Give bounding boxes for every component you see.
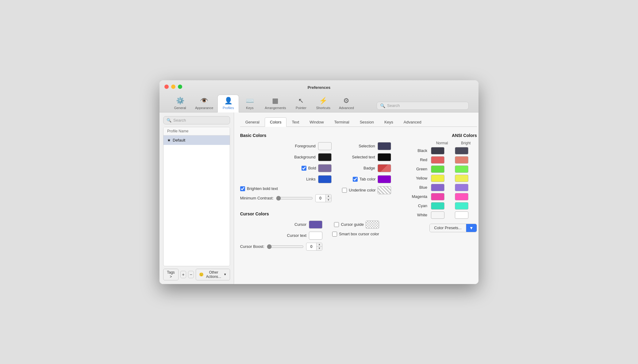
profile-list-header: Profile Name (163, 127, 230, 135)
foreground-swatch[interactable] (318, 142, 332, 150)
smart-box-checkbox[interactable] (332, 232, 337, 237)
toolbar-item-shortcuts[interactable]: ⚡ Shortcuts (312, 95, 334, 112)
background-swatch[interactable] (318, 153, 332, 161)
ansi-yellow-label: Yellow (403, 176, 429, 180)
background-label: Background (282, 155, 316, 159)
tags-button[interactable]: Tags > (163, 269, 179, 280)
cursor-guide-row: Cursor guide (332, 221, 379, 229)
minimum-contrast-slider[interactable] (276, 196, 313, 201)
star-icon: ★ (167, 138, 171, 142)
add-profile-button[interactable]: + (180, 271, 186, 278)
cursor-boost-down[interactable]: ▼ (317, 247, 322, 250)
cursor-boost-spinner-btns: ▲ ▼ (316, 243, 322, 250)
ansi-blue-normal[interactable] (431, 184, 444, 191)
maximize-button[interactable] (178, 85, 182, 89)
tab-text[interactable]: Text (286, 117, 304, 127)
toolbar: ⚙️ General 👁️ Appearance 👤 Profiles ⌨️ K… (164, 92, 474, 112)
title-bar: Preferences ⚙️ General 👁️ Appearance 👤 P… (160, 80, 479, 112)
cursor-guide-swatch[interactable] (366, 221, 379, 229)
badge-swatch[interactable] (378, 164, 391, 172)
cursor-boost-label: Cursor Boost: (240, 244, 264, 249)
cursor-boost-spinner: ▲ ▼ (306, 243, 322, 251)
toolbar-item-profiles[interactable]: 👤 Profiles (217, 95, 239, 112)
cursor-swatch[interactable] (309, 221, 322, 229)
ansi-black-label: Black (403, 148, 429, 153)
bold-checkbox[interactable] (302, 166, 306, 171)
minimum-contrast-down[interactable]: ▼ (326, 198, 331, 202)
close-button[interactable] (164, 85, 169, 89)
sidebar-search[interactable]: 🔍 (163, 116, 230, 124)
window-title: Preferences (164, 85, 474, 90)
ansi-red-bright[interactable] (455, 156, 468, 164)
toolbar-item-general[interactable]: ⚙️ General (169, 95, 191, 112)
profile-item-default[interactable]: ★ Default (163, 135, 230, 145)
profile-list: Profile Name ★ Default (163, 127, 230, 266)
links-row: Links (240, 175, 332, 183)
tab-terminal[interactable]: Terminal (329, 117, 355, 127)
tab-keys[interactable]: Keys (379, 117, 398, 127)
remove-profile-button[interactable]: − (188, 271, 194, 278)
ansi-white-normal[interactable] (431, 211, 444, 219)
ansi-magenta-label: Magenta (403, 194, 429, 199)
ansi-white-bright[interactable] (455, 211, 468, 219)
cursor-boost-value[interactable] (306, 245, 316, 249)
tab-session[interactable]: Session (355, 117, 379, 127)
ansi-red-normal[interactable] (431, 156, 444, 164)
underline-color-row: Underline color (341, 186, 391, 194)
brighten-bold-checkbox[interactable] (240, 186, 245, 191)
ansi-black-normal[interactable] (431, 147, 444, 154)
ansi-cyan-normal[interactable] (431, 202, 444, 210)
profile-name: Default (173, 138, 185, 142)
badge-row: Badge (341, 164, 391, 172)
selection-swatch[interactable] (378, 142, 391, 150)
ansi-magenta-normal[interactable] (431, 193, 444, 200)
minimum-contrast-up[interactable]: ▲ (326, 195, 331, 198)
cursor-boost-up[interactable]: ▲ (317, 243, 322, 247)
toolbar-item-pointer[interactable]: ↖ Pointer (290, 95, 312, 112)
ansi-cyan-bright[interactable] (455, 202, 468, 210)
ansi-black-bright[interactable] (455, 147, 468, 154)
smart-box-row: Smart box cursor color (332, 232, 379, 237)
ansi-yellow-bright[interactable] (455, 175, 468, 182)
toolbar-search-input[interactable] (387, 103, 465, 108)
content-area: 🔍 Profile Name ★ Default Tags > + − 🙂 Ot… (160, 112, 479, 284)
color-presets-label: Color Presets... (430, 224, 466, 232)
other-actions-button[interactable]: 🙂 Other Actions... ▼ (196, 269, 230, 280)
cursor-guide-checkbox[interactable] (334, 222, 339, 227)
tab-window[interactable]: Window (304, 117, 329, 127)
toolbar-item-keys[interactable]: ⌨️ Keys (239, 95, 260, 112)
sidebar-search-input[interactable] (173, 118, 227, 123)
bold-swatch[interactable] (318, 164, 332, 172)
underline-color-checkbox[interactable] (342, 188, 347, 193)
cursor-boost-slider[interactable] (267, 244, 304, 249)
toolbar-item-appearance[interactable]: 👁️ Appearance (191, 95, 217, 112)
smart-box-label: Smart box cursor color (339, 232, 379, 236)
tab-general[interactable]: General (240, 117, 265, 127)
color-presets-button[interactable]: Color Presets... ▼ (429, 224, 477, 232)
ansi-blue-bright[interactable] (455, 184, 468, 191)
toolbar-search[interactable]: 🔍 (377, 102, 469, 110)
cursor-text-swatch[interactable] (309, 232, 322, 240)
tab-colors[interactable]: Colors (265, 117, 287, 127)
selection-label: Selection (341, 144, 375, 148)
toolbar-item-advanced[interactable]: ⚙ Advanced (335, 95, 358, 112)
badge-label: Badge (341, 166, 375, 170)
ansi-green-bright[interactable] (455, 165, 468, 173)
ansi-green-normal[interactable] (431, 165, 444, 173)
minimum-contrast-value[interactable] (316, 196, 325, 200)
links-swatch[interactable] (318, 175, 332, 183)
lightning-icon: ⚡ (319, 97, 327, 105)
toolbar-item-arrangements[interactable]: ▦ Arrangements (260, 95, 290, 112)
minimize-button[interactable] (171, 85, 175, 89)
tab-color-checkbox[interactable] (353, 177, 358, 182)
chevron-down-icon: ▼ (224, 273, 227, 276)
ansi-magenta-bright[interactable] (455, 193, 468, 200)
background-row: Background (240, 153, 332, 161)
underline-color-swatch[interactable] (378, 186, 391, 194)
foreground-row: Foreground (240, 142, 332, 150)
tab-advanced[interactable]: Advanced (398, 117, 427, 127)
selected-text-swatch[interactable] (378, 153, 391, 161)
tab-color-swatch[interactable] (378, 175, 391, 183)
cursor-row: Cursor (240, 221, 322, 229)
ansi-yellow-normal[interactable] (431, 175, 444, 182)
